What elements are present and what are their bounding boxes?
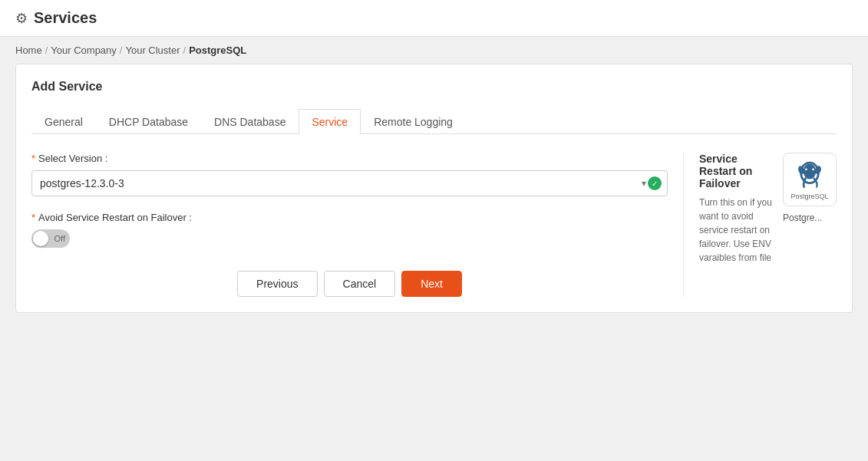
svg-point-4 [812, 168, 814, 170]
tab-general[interactable]: General [31, 109, 96, 134]
left-panel: * Select Version : postgres-12.3.0-3 ▾ ✓ [31, 153, 668, 297]
top-header: ⚙ Services [0, 0, 868, 37]
add-service-card: Add Service General DHCP Database DNS Da… [15, 64, 853, 313]
main-container: Add Service General DHCP Database DNS Da… [0, 64, 868, 328]
actions: Previous Cancel Next [31, 271, 668, 297]
toggle-label-text: Avoid Service Restart on Failover : [38, 212, 192, 223]
content-layout: * Select Version : postgres-12.3.0-3 ▾ ✓ [31, 153, 837, 297]
failover-toggle[interactable]: Off [31, 229, 70, 248]
toggle-knob [33, 231, 48, 246]
version-check-icon: ✓ [648, 176, 662, 190]
toggle-wrapper: Off [31, 229, 668, 248]
toggle-label: * Avoid Service Restart on Failover : [31, 212, 668, 223]
info-title: Service Restart on Failover [699, 153, 775, 189]
tabs: General DHCP Database DNS Database Servi… [31, 109, 837, 134]
breadcrumb-cluster[interactable]: Your Cluster [125, 44, 180, 56]
info-text: Turn this on if you want to avoid servic… [699, 196, 775, 265]
postgresql-logo-box: PostgreSQL [783, 153, 837, 206]
version-select[interactable]: postgres-12.3.0-3 [31, 170, 668, 196]
postgresql-logo-svg [793, 159, 827, 193]
toggle-state-label: Off [54, 234, 65, 243]
breadcrumb-company[interactable]: Your Company [51, 44, 117, 56]
breadcrumb: Home / Your Company / Your Cluster / Pos… [0, 37, 868, 64]
next-button[interactable]: Next [401, 271, 462, 297]
logo-label: PostgreSQL [790, 193, 828, 200]
tab-dhcp-database[interactable]: DHCP Database [96, 109, 201, 134]
cancel-button[interactable]: Cancel [324, 271, 396, 297]
version-label: * Select Version : [31, 153, 668, 164]
tab-service[interactable]: Service [299, 109, 361, 134]
right-panel: Service Restart on Failover Turn this on… [683, 153, 837, 297]
tab-dns-database[interactable]: DNS Database [201, 109, 299, 134]
breadcrumb-home[interactable]: Home [15, 44, 42, 56]
page-title: Services [34, 9, 97, 27]
svg-point-2 [804, 163, 817, 179]
version-select-wrapper: postgres-12.3.0-3 ▾ ✓ [31, 170, 668, 196]
tab-remote-logging[interactable]: Remote Logging [361, 109, 466, 134]
previous-button[interactable]: Previous [237, 271, 317, 297]
toggle-required-star: * [31, 212, 35, 223]
card-title: Add Service [31, 80, 837, 94]
version-required-star: * [31, 153, 35, 164]
version-form-group: * Select Version : postgres-12.3.0-3 ▾ ✓ [31, 153, 668, 196]
breadcrumb-sep-2: / [120, 44, 123, 56]
version-label-text: Select Version : [38, 153, 107, 164]
pg-caption: Postgre... [783, 212, 837, 223]
gear-icon: ⚙ [15, 10, 28, 27]
breadcrumb-sep-1: / [45, 44, 48, 56]
breadcrumb-current: PostgreSQL [189, 44, 246, 56]
toggle-form-group: * Avoid Service Restart on Failover : Of… [31, 212, 668, 248]
breadcrumb-sep-3: / [183, 44, 186, 56]
svg-point-3 [805, 168, 807, 170]
